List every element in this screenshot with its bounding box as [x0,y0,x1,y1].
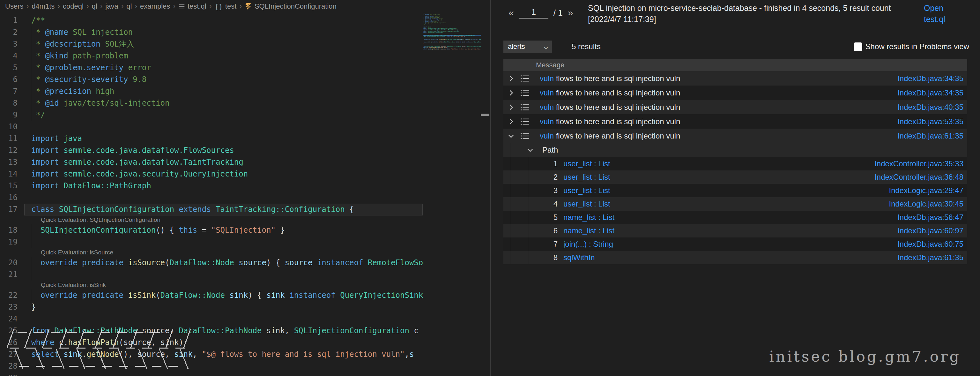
list-icon[interactable] [520,117,530,126]
result-message[interactable]: vuln flows to here and is sql injection … [540,117,680,126]
code-line[interactable]: 1/** [0,15,423,27]
path-step-location-link[interactable]: IndexDb.java:60:75 [897,240,963,249]
path-step-row[interactable]: 7join(...) : StringIndexDb.java:60:75 [503,237,967,251]
result-message-link[interactable]: vuln [540,117,554,126]
list-icon[interactable] [520,131,530,141]
code-line[interactable]: 5 * @problem.severity error [0,62,423,74]
result-location-link[interactable]: IndexDb.java:40:35 [897,103,963,112]
path-step-row[interactable]: 1user_list : ListIndexController.java:35… [503,157,967,170]
path-step-link[interactable]: user_list : List [563,186,610,195]
code-line[interactable]: 27select sink.getNode(), source, sink, "… [0,349,423,360]
chevron-right-icon[interactable] [507,74,515,83]
result-message[interactable]: vuln flows to here and is sql injection … [540,132,680,140]
code-line[interactable]: 11import java [0,133,423,145]
code-line[interactable]: 22 override predicate isSink(DataFlow::N… [0,290,423,301]
code-line[interactable]: 14import semmle.code.java.security.Query… [0,168,423,180]
list-icon[interactable] [520,74,530,83]
code-line[interactable]: 20 override predicate isSource(DataFlow:… [0,257,423,269]
result-message-link[interactable]: vuln [540,74,554,83]
path-step-row[interactable]: 6name_list : ListIndexDb.java:60:97 [503,224,967,237]
prev-page-button[interactable]: « [509,7,514,18]
path-step-link[interactable]: sqlWithIn [563,253,595,262]
breadcrumb-item-users[interactable]: Users [5,2,23,11]
result-row[interactable]: vuln flows to here and is sql injection … [503,114,967,129]
code-line[interactable]: 12import semmle.code.java.dataflow.FlowS… [0,145,423,156]
result-row[interactable]: vuln flows to here and is sql injection … [503,86,967,100]
code-line[interactable]: 6 * @security-severity 9.8 [0,74,423,86]
code-line[interactable]: 17class SQLInjectionConfiguration extend… [0,204,423,215]
minimap[interactable]: /** * @name SQL injection * @description… [423,13,481,376]
code-line[interactable]: 8 * @id java/test/sql-injection [0,97,423,109]
code-line[interactable]: 10 [0,121,423,133]
path-step-row[interactable]: 8sqlWithInIndexDb.java:61:35 [503,251,967,264]
breadcrumb-item-codeql[interactable]: codeql [63,2,84,11]
code-line[interactable]: 4 * @kind path-problem [0,50,423,62]
path-step-link[interactable]: user_list : List [563,159,610,168]
path-step-location-link[interactable]: IndexController.java:35:33 [874,159,963,168]
result-row[interactable]: vuln flows to here and is sql injection … [503,129,967,143]
breadcrumb-item-ql[interactable]: ql [92,2,97,11]
path-step-location-link[interactable]: IndexLogic.java:30:45 [889,199,963,209]
problems-view-checkbox[interactable] [854,43,862,51]
chevron-down-icon[interactable] [526,145,535,155]
code-line[interactable]: 25from DataFlow::PathNode source, DataFl… [0,325,423,337]
chevron-down-icon[interactable] [507,132,515,140]
path-step-row[interactable]: 2user_list : ListIndexController.java:36… [503,170,967,184]
result-location-link[interactable]: IndexDb.java:34:35 [897,88,963,97]
code-line[interactable]: 15import DataFlow::PathGraph [0,180,423,192]
code-line[interactable]: 23} [0,301,423,313]
path-step-row[interactable]: 5name_list : ListIndexDb.java:56:47 [503,211,967,224]
path-step-location-link[interactable]: IndexDb.java:61:35 [897,253,963,262]
code-line[interactable]: 19 [0,236,423,248]
result-message-link[interactable]: vuln [540,88,554,97]
path-section-header[interactable]: Path [503,143,967,157]
code-line[interactable]: 13import semmle.code.java.dataflow.Taint… [0,156,423,168]
path-step-location-link[interactable]: IndexController.java:36:48 [874,173,963,182]
path-step-link[interactable]: user_list : List [563,199,610,209]
result-row[interactable]: vuln flows to here and is sql injection … [503,100,967,114]
result-message-link[interactable]: vuln [540,132,554,140]
path-step-link[interactable]: name_list : List [563,213,614,222]
path-step-location-link[interactable]: IndexDb.java:56:47 [897,213,963,222]
next-page-button[interactable]: » [568,7,573,18]
breadcrumb-item-java[interactable]: java [105,2,118,11]
path-step-location-link[interactable]: IndexLogic.java:29:47 [889,186,963,195]
codelens-quick-evaluation[interactable]: Quick Evaluation: SQLInjectionConfigurat… [0,215,423,225]
view-select[interactable]: alerts ⌄ [503,41,552,53]
breadcrumb-item-sqlinjectionconfiguration[interactable]: SQLInjectionConfiguration [245,2,337,11]
code-line[interactable]: 18 SQLInjectionConfiguration() { this = … [0,225,423,236]
result-location-link[interactable]: IndexDb.java:34:35 [897,74,963,83]
path-step-row[interactable]: 3user_list : ListIndexLogic.java:29:47 [503,184,967,197]
scrollbar-thumb[interactable] [481,114,489,116]
result-message[interactable]: vuln flows to here and is sql injection … [540,74,680,83]
code-line[interactable]: 3 * @description SQL注入 [0,38,423,50]
result-message[interactable]: vuln flows to here and is sql injection … [540,103,680,112]
code-editor[interactable]: 1/**2 * @name SQL injection3 * @descript… [0,13,423,376]
list-icon[interactable] [520,88,530,98]
code-line[interactable]: 26where c.hasFlowPath(source, sink) [0,337,423,349]
path-step-link[interactable]: user_list : List [563,173,610,182]
breadcrumb-item-examples[interactable]: examples [140,2,170,11]
code-line[interactable]: 7 * @precision high [0,86,423,97]
code-line[interactable]: 9 */ [0,109,423,121]
path-step-row[interactable]: 4user_list : ListIndexLogic.java:30:45 [503,197,967,211]
code-line[interactable]: 21 [0,269,423,280]
code-line[interactable]: 16 [0,192,423,204]
code-line[interactable]: 29 [0,372,423,376]
result-message[interactable]: vuln flows to here and is sql injection … [540,88,680,97]
breadcrumb-item-test[interactable]: {}test [215,2,236,11]
list-icon[interactable] [520,102,530,112]
breadcrumb-item-d4m1ts[interactable]: d4m1ts [32,2,54,11]
result-message-link[interactable]: vuln [540,103,554,112]
path-step-location-link[interactable]: IndexDb.java:60:97 [897,226,963,235]
breadcrumb-item-ql[interactable]: ql [126,2,132,11]
chevron-right-icon[interactable] [507,117,515,126]
codelens-quick-evaluation[interactable]: Quick Evaluation: isSink [0,280,423,290]
page-input[interactable] [519,7,548,19]
path-step-link[interactable]: name_list : List [563,226,614,235]
chevron-right-icon[interactable] [507,88,515,97]
code-line[interactable]: 24 [0,313,423,325]
result-row[interactable]: vuln flows to here and is sql injection … [503,71,967,86]
codelens-quick-evaluation[interactable]: Quick Evaluation: isSource [0,248,423,257]
breadcrumb-item-test.ql[interactable]: test.ql [178,2,207,11]
